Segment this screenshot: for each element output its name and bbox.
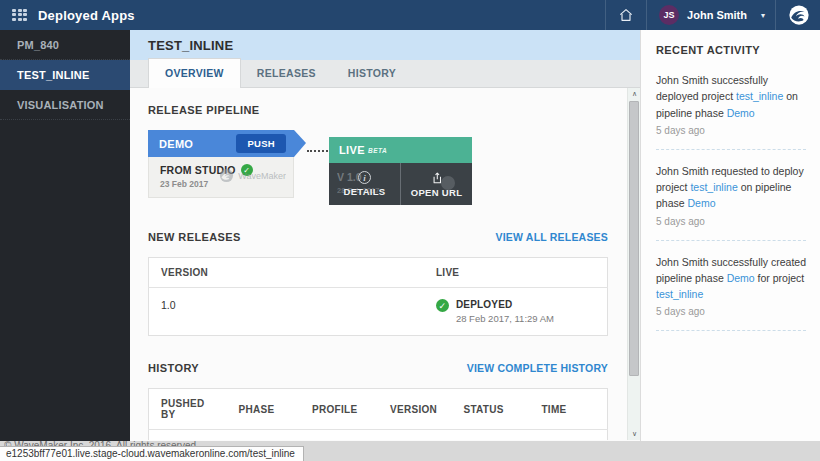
wavemaker-watermark: WaveMaker	[219, 168, 286, 183]
view-all-releases-link[interactable]: VIEW ALL RELEASES	[496, 231, 609, 243]
list-item: John Smith requested to deploy project t…	[656, 163, 806, 227]
user-name: John Smith	[687, 9, 747, 21]
list-item: John Smith successfully created pipeline…	[656, 254, 806, 318]
page-title: TEST_INLINE	[148, 38, 233, 53]
topbar-left: Deployed Apps	[0, 0, 135, 30]
history-time: 28 Feb 2017,	[529, 430, 607, 441]
new-releases-table: VERSION LIVE 1.0 ✓ DEPLOYED 28 Feb 2017	[148, 257, 608, 336]
history-title: HISTORY	[148, 362, 199, 374]
col-pushed-by: PUSHED BY	[149, 389, 227, 430]
project-link[interactable]: test_inline	[690, 181, 737, 193]
apps-grid-icon[interactable]	[12, 9, 26, 22]
table-row: 1.0 ✓ DEPLOYED 28 Feb 2017, 11:29 AM	[149, 288, 608, 336]
live-card-header: LIVE BETA	[329, 137, 472, 163]
release-pipeline-title: RELEASE PIPELINE	[148, 104, 260, 116]
project-link[interactable]: test_inline	[736, 90, 783, 102]
pipeline-dotted-connector	[307, 150, 328, 152]
history-profile: Live	[300, 430, 378, 441]
beta-badge: BETA	[368, 147, 387, 154]
pipeline-arrow-icon	[294, 130, 306, 157]
release-version-cell: 1.0	[149, 288, 424, 336]
release-live-cell: ✓ DEPLOYED 28 Feb 2017, 11:29 AM	[424, 288, 608, 336]
live-card-body: V 1.0 28 Feb 2017 i DETAILS	[329, 163, 472, 205]
app-title: Deployed Apps	[38, 8, 135, 23]
list-item: John Smith successfully deployed project…	[656, 72, 806, 136]
scroll-down-arrow[interactable]: ∨	[628, 428, 640, 440]
main-column: TEST_INLINE OVERVIEW RELEASES HISTORY RE…	[130, 30, 640, 441]
demo-card-body: FROM STUDIO ✓ 23 Feb 2017 WaveMaker	[148, 157, 294, 198]
sidebar-item-pm-840[interactable]: PM_840	[0, 30, 130, 60]
phase-link[interactable]: Demo	[727, 272, 755, 284]
deployed-status: DEPLOYED	[456, 299, 554, 310]
project-link[interactable]: test_inline	[656, 288, 703, 300]
footer-strip: © WaveMaker Inc. 2016. All rights reserv…	[0, 441, 820, 461]
user-menu[interactable]: JS John Smith ▾	[646, 0, 775, 30]
details-label: DETAILS	[343, 186, 385, 197]
tab-overview[interactable]: OVERVIEW	[148, 58, 241, 88]
push-button[interactable]: PUSH	[236, 134, 286, 153]
demo-phase-card: DEMO PUSH FROM STUDIO ✓ 23 Feb 2017	[148, 130, 294, 198]
pipeline-cards: DEMO PUSH FROM STUDIO ✓ 23 Feb 2017	[148, 130, 608, 205]
col-status: STATUS	[451, 389, 529, 430]
live-phase-card: LIVE BETA V 1.0 28 Feb 2017 i DETAILS	[329, 137, 472, 205]
divider	[656, 149, 806, 150]
scroll-up-arrow[interactable]: ∧	[628, 88, 640, 100]
home-icon	[618, 7, 634, 23]
scrollbar-thumb[interactable]	[629, 101, 639, 376]
divider	[656, 240, 806, 241]
activity-timestamp: 5 days ago	[656, 125, 806, 136]
tab-strip: OVERVIEW RELEASES HISTORY	[130, 60, 640, 88]
col-profile: PROFILE	[300, 389, 378, 430]
brand-logo	[775, 0, 820, 30]
recent-activity-panel: RECENT ACTIVITY John Smith successfully …	[640, 30, 820, 441]
details-button[interactable]: i DETAILS	[329, 163, 400, 205]
history-header: HISTORY VIEW COMPLETE HISTORY	[148, 362, 608, 374]
history-pushed-by: John Smith	[149, 430, 227, 441]
activity-timestamp: 5 days ago	[656, 216, 806, 227]
col-time: TIME	[529, 389, 607, 430]
history-version: 1.0	[378, 430, 451, 441]
activity-text: John Smith successfully created pipeline…	[656, 254, 806, 303]
chevron-down-icon: ▾	[761, 11, 765, 20]
phase-link[interactable]: Demo	[688, 197, 716, 209]
recent-activity-title: RECENT ACTIVITY	[656, 44, 806, 56]
page-title-band: TEST_INLINE	[130, 30, 640, 60]
live-phase-label: LIVE	[339, 144, 365, 156]
release-pipeline-header: RELEASE PIPELINE	[148, 104, 608, 116]
home-button[interactable]	[605, 0, 646, 30]
activity-text-part: for project	[755, 272, 805, 284]
tab-releases[interactable]: RELEASES	[241, 59, 332, 87]
deployed-check-icon: ✓	[436, 299, 449, 312]
tab-history[interactable]: HISTORY	[332, 59, 412, 87]
new-releases-title: NEW RELEASES	[148, 231, 241, 243]
col-live: LIVE	[424, 258, 608, 288]
divider	[656, 330, 806, 331]
wave-icon	[219, 168, 234, 183]
history-phase: Live	[227, 430, 300, 441]
table-row: John Smith Live Live 1.0 Deployed 28 Feb…	[149, 430, 608, 441]
open-url-icon	[430, 171, 444, 185]
open-url-button[interactable]: OPEN URL	[400, 163, 472, 205]
app-window: Deployed Apps JS John Smith ▾	[0, 0, 820, 461]
demo-card-header: DEMO PUSH	[148, 130, 294, 157]
wavemaker-watermark-text: WaveMaker	[238, 171, 286, 181]
sidebar-item-test-inline[interactable]: TEST_INLINE	[0, 60, 130, 90]
topbar-right: JS John Smith ▾	[605, 0, 820, 30]
sidebar-item-visualisation[interactable]: VISUALISATION	[0, 90, 130, 120]
new-releases-header: NEW RELEASES VIEW ALL RELEASES	[148, 231, 608, 243]
open-url-label: OPEN URL	[411, 187, 463, 198]
demo-phase-label: DEMO	[159, 138, 193, 150]
info-icon: i	[358, 171, 371, 184]
user-avatar: JS	[659, 5, 679, 25]
col-phase: PHASE	[227, 389, 300, 430]
deployed-time: 28 Feb 2017, 11:29 AM	[456, 313, 554, 324]
activity-text: John Smith successfully deployed project…	[656, 72, 806, 121]
phase-link[interactable]: Demo	[727, 107, 755, 119]
browser-status-url: e1253bff77e01.live.stage-cloud.wavemaker…	[0, 446, 304, 461]
view-complete-history-link[interactable]: VIEW COMPLETE HISTORY	[467, 362, 608, 374]
activity-text: John Smith requested to deploy project t…	[656, 163, 806, 212]
vertical-scrollbar[interactable]: ∧ ∨	[627, 88, 640, 440]
top-navbar: Deployed Apps JS John Smith ▾	[0, 0, 820, 30]
overview-content: RELEASE PIPELINE DEMO PUSH FROM STUDIO ✓	[130, 88, 640, 440]
history-status: Deployed	[451, 430, 529, 441]
